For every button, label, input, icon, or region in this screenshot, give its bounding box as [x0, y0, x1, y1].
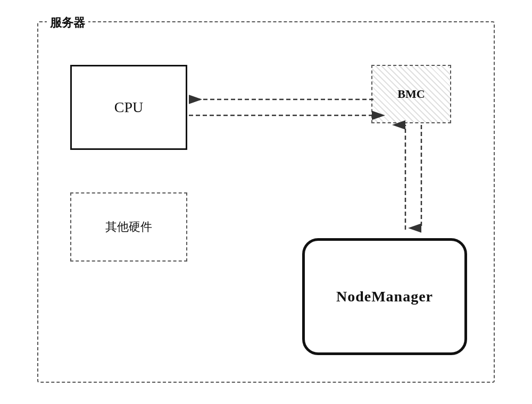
bmc-box: BMC: [371, 65, 451, 123]
nodemanager-box: NodeManager: [302, 238, 467, 355]
other-hw-label: 其他硬件: [105, 219, 152, 235]
server-label: 服务器: [47, 15, 88, 31]
cpu-box: CPU: [70, 65, 187, 150]
other-hw-box: 其他硬件: [70, 192, 187, 262]
cpu-label: CPU: [114, 99, 143, 116]
nm-label: NodeManager: [336, 288, 433, 305]
bmc-label: BMC: [397, 87, 425, 101]
server-container: 服务器 CPU 其他硬件 BMC NodeManager: [37, 21, 495, 383]
